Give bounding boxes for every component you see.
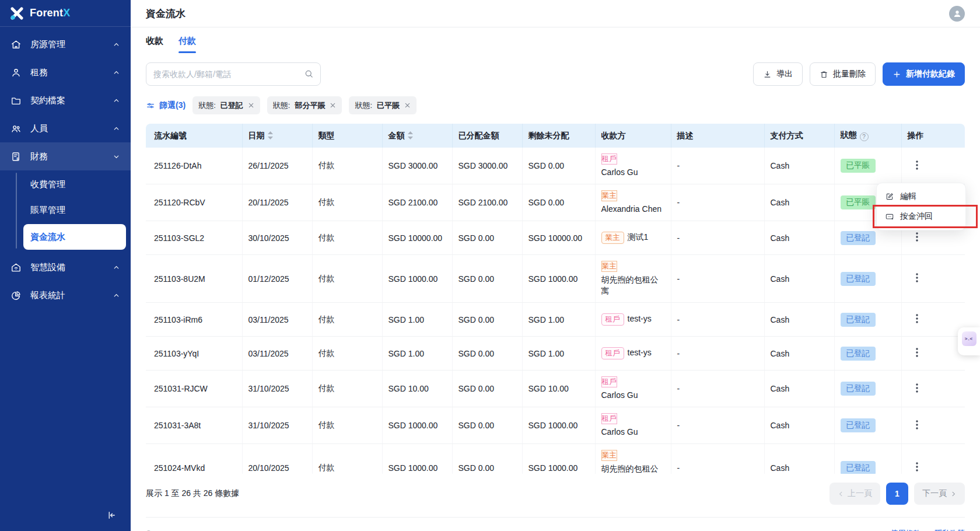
table-row[interactable]: 251024-MVkd20/10/2025付款SGD 1000.00SGD 0.… <box>146 444 965 474</box>
cell-status: 已登記 <box>834 371 901 407</box>
sort-icon[interactable] <box>408 131 413 139</box>
chip-close-icon[interactable] <box>404 102 411 109</box>
table-row[interactable]: 251031-3A8t31/10/2025付款SGD 1000.00SGD 0.… <box>146 407 965 444</box>
privacy-link[interactable]: 隱私政策 <box>935 528 965 531</box>
row-actions-button[interactable] <box>908 417 926 434</box>
cell-remaining: SGD 1.00 <box>522 303 595 337</box>
cell-description: - <box>671 148 764 184</box>
next-page-button[interactable]: 下一頁 <box>914 483 965 505</box>
sidebar-item-finance[interactable]: $ 財務 <box>0 142 131 170</box>
sidebar-item-reports[interactable]: 報表統計 <box>0 281 131 309</box>
pagination-controls: 上一頁 1 下一頁 <box>830 483 965 505</box>
cell-payee: 租戶test-ys <box>595 303 671 337</box>
row-actions-button[interactable] <box>908 459 926 474</box>
payee-name: test-ys <box>628 348 652 357</box>
topbar: 資金流水 <box>131 0 980 27</box>
cell-description: - <box>671 303 764 337</box>
sidebar-item-smart-devices[interactable]: 智慧設備 <box>0 253 131 281</box>
cell-type: 付款 <box>312 407 382 444</box>
cell-amount: SGD 10.00 <box>382 371 452 407</box>
people-icon <box>10 123 22 134</box>
payee-name: Carlos Gu <box>601 427 638 436</box>
cell-date: 01/12/2025 <box>242 255 312 303</box>
tab-receipts[interactable]: 收款 <box>146 36 163 53</box>
row-actions-button[interactable] <box>908 380 926 397</box>
table-row[interactable]: 251103-iRm603/11/2025付款SGD 1.00SGD 0.00S… <box>146 303 965 337</box>
user-avatar[interactable] <box>949 6 965 22</box>
status-help-icon[interactable]: ? <box>860 132 869 141</box>
tenant-badge: 租戶 <box>601 376 617 387</box>
table-row[interactable]: 251103-8U2M01/12/2025付款SGD 1000.00SGD 0.… <box>146 255 965 303</box>
cell-amount: SGD 2100.00 <box>382 184 452 221</box>
cell-date: 20/11/2025 <box>242 184 312 221</box>
link-divider: | <box>927 529 929 531</box>
report-icon <box>10 290 22 301</box>
sidebar-item-bill-management[interactable]: 賬單管理 <box>0 197 131 223</box>
row-actions-button[interactable] <box>908 158 926 174</box>
kebab-icon <box>912 462 922 472</box>
cell-description: - <box>671 184 764 221</box>
table-row[interactable]: 251103-SGL230/10/2025付款SGD 10000.00SGD 0… <box>146 221 965 255</box>
sidebar-item-properties[interactable]: 房源管理 <box>0 30 131 58</box>
tab-payments[interactable]: 付款 <box>178 36 196 53</box>
cell-actions <box>901 303 965 337</box>
row-actions-button[interactable] <box>908 345 926 362</box>
terms-link[interactable]: 使用條款 <box>891 528 921 531</box>
filter-button[interactable]: 篩選(3) <box>146 100 186 111</box>
prev-page-button[interactable]: 上一頁 <box>830 483 880 505</box>
chip-close-icon[interactable] <box>248 102 254 109</box>
table-row[interactable]: 251031-RJCW31/10/2025付款SGD 10.00SGD 0.00… <box>146 371 965 407</box>
cell-type: 付款 <box>312 255 382 303</box>
table-row[interactable]: 251120-RCbV20/11/2025付款SGD 2100.00SGD 21… <box>146 184 965 221</box>
payee-name: 胡先煦的包租公寓 <box>601 275 659 295</box>
context-menu-edit[interactable]: 編輯 <box>877 187 965 207</box>
row-actions-button[interactable] <box>908 270 926 287</box>
chip-close-icon[interactable] <box>330 102 336 109</box>
add-payment-button[interactable]: 新增付款紀錄 <box>883 62 965 86</box>
col-amount[interactable]: 金額 <box>382 124 452 148</box>
row-actions-button[interactable] <box>908 311 926 328</box>
floating-assistant-widget[interactable]: >.< <box>958 327 980 355</box>
kebab-icon <box>912 273 922 283</box>
cell-status: 已登記 <box>834 255 901 303</box>
cell-amount: SGD 1.00 <box>382 337 452 371</box>
cell-allocated: SGD 0.00 <box>452 337 522 371</box>
context-menu-deposit-reversal[interactable]: 按金沖回 <box>877 207 965 226</box>
brand-logo-icon <box>9 6 24 21</box>
cell-amount: SGD 1000.00 <box>382 407 452 444</box>
cell-date: 30/10/2025 <box>242 221 312 255</box>
table-row[interactable]: 251126-DtAh26/11/2025付款SGD 3000.00SGD 30… <box>146 148 965 184</box>
filter-chips: 狀態:已登記狀態:部分平賬狀態:已平賬 <box>192 96 416 114</box>
cell-actions <box>901 444 965 474</box>
payee-name: 胡先煦的包租公寓 <box>601 464 659 474</box>
status-badge: 已登記 <box>841 272 876 286</box>
col-date[interactable]: 日期 <box>242 124 312 148</box>
cell-amount: SGD 3000.00 <box>382 148 452 184</box>
sort-icon[interactable] <box>268 131 273 139</box>
cell-description: - <box>671 337 764 371</box>
row-actions-button[interactable] <box>908 229 926 246</box>
batch-delete-button[interactable]: 批量刪除 <box>810 62 876 86</box>
sidebar-item-leasing[interactable]: 租務 <box>0 58 131 86</box>
cell-status: 已登記 <box>834 303 901 337</box>
sidebar-item-fund-flow[interactable]: 資金流水 <box>23 224 126 250</box>
cell-flow-id: 251024-MVkd <box>146 444 242 474</box>
filter-row: 篩選(3) 狀態:已登記狀態:部分平賬狀態:已平賬 <box>131 86 980 114</box>
pagination-bar: 展示 1 至 26 共 26 條數據 上一頁 1 下一頁 <box>131 474 980 513</box>
search-input[interactable] <box>146 62 321 86</box>
sidebar-item-contracts[interactable]: 契約檔案 <box>0 86 131 114</box>
col-actions: 操作 <box>901 124 965 148</box>
status-badge: 已登記 <box>841 382 876 396</box>
col-allocated: 已分配金額 <box>452 124 522 148</box>
sidebar-collapse-button[interactable] <box>104 508 119 523</box>
payee-name: Alexandria Chen <box>601 204 662 214</box>
export-button[interactable]: 導出 <box>753 62 803 86</box>
table-row[interactable]: 251103-yYqI03/11/2025付款SGD 1.00SGD 0.00S… <box>146 337 965 371</box>
sidebar-item-people[interactable]: 人員 <box>0 114 131 142</box>
cell-actions <box>901 255 965 303</box>
cell-date: 31/10/2025 <box>242 407 312 444</box>
filter-chip: 狀態:已登記 <box>192 96 260 114</box>
sidebar-item-fee-management[interactable]: 收費管理 <box>0 172 131 197</box>
chevron-left-icon <box>838 491 844 497</box>
page-1-button[interactable]: 1 <box>886 483 908 505</box>
